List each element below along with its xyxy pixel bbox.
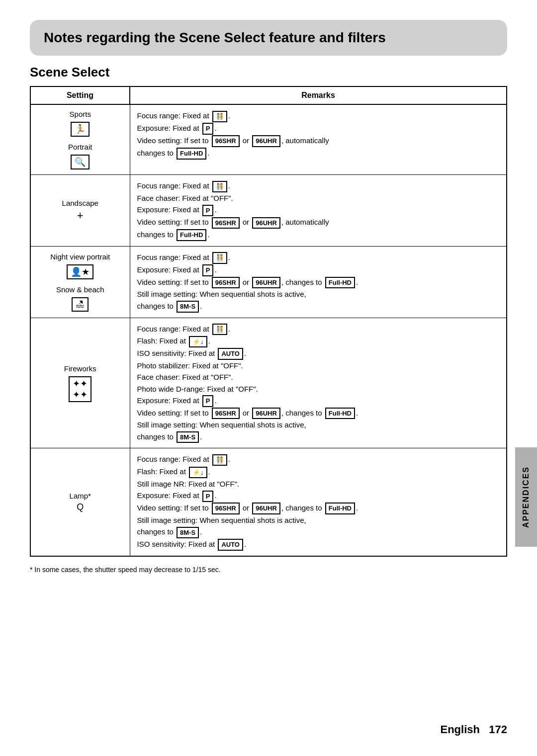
exposure-p-icon: P [202, 123, 214, 135]
remarks-cell-lamp: Focus range: Fixed at 🧑‍🤝‍🧑. Flash: Fixe… [130, 448, 507, 556]
setting-cell-landscape: Landscape + [30, 175, 130, 247]
exposure-p-icon-f: P [202, 395, 214, 407]
auto-icon-f: AUTO [218, 348, 243, 360]
flash-icon-lamp: ⚡↓ [189, 467, 207, 479]
section-title: Scene Select [30, 65, 507, 80]
table-row: Lamp* Q Focus range: Fixed at 🧑‍🤝‍🧑. Fla… [30, 448, 507, 556]
table-row: Fireworks ✦✦✦✦ Focus range: Fixed at 🧑‍🤝… [30, 318, 507, 448]
portrait-icon: 🔍 [71, 155, 90, 169]
96shr-icon-n: 96SHR [212, 277, 240, 289]
96uhr-icon-n: 96UHR [252, 277, 280, 289]
appendices-label: APPENDICES [522, 466, 531, 528]
exposure-p-icon-lamp: P [202, 491, 214, 503]
fullhd-icon: Full-HD [177, 148, 206, 160]
setting-cell-fireworks: Fireworks ✦✦✦✦ [30, 318, 130, 448]
table-row: Sports 🏃 Portrait 🔍 Focus range: Fixed a… [30, 104, 507, 175]
8ms-icon-n: 8M-S [177, 301, 199, 313]
8ms-icon-lamp: 8M-S [177, 527, 199, 539]
fullhd-icon-f: Full-HD [325, 408, 355, 420]
fullhd-icon-n: Full-HD [325, 277, 355, 289]
col-header-setting: Setting [30, 86, 130, 104]
96shr-icon-f: 96SHR [212, 408, 240, 420]
scene-select-table: Setting Remarks Sports 🏃 Portrait 🔍 Focu… [30, 86, 507, 557]
focus-icon-n: 🧑‍🤝‍🧑 [212, 252, 227, 264]
96uhr-icon-f: 96UHR [252, 408, 280, 420]
remarks-cell-night-snow: Focus range: Fixed at 🧑‍🤝‍🧑. Exposure: F… [130, 246, 507, 318]
night-icon: 👤★ [67, 264, 93, 279]
96uhr-icon-l: 96UHR [252, 217, 280, 229]
fireworks-icon: ✦✦✦✦ [69, 376, 91, 402]
focus-icon-lamp: 🧑‍🤝‍🧑 [212, 454, 227, 466]
setting-portrait: Portrait 🔍 [38, 143, 123, 169]
focus-icon-f: 🧑‍🤝‍🧑 [212, 324, 227, 336]
fullhd-icon-lamp: Full-HD [325, 503, 355, 514]
page-title: Notes regarding the Scene Select feature… [44, 29, 493, 47]
table-row: Landscape + Focus range: Fixed at 🧑‍🤝‍🧑.… [30, 175, 507, 247]
setting-cell-sports-portrait: Sports 🏃 Portrait 🔍 [30, 104, 130, 175]
footer-language: English [440, 723, 479, 736]
lamp-icon: Q [38, 502, 123, 512]
appendices-tab: APPENDICES [515, 447, 537, 547]
setting-cell-lamp: Lamp* Q [30, 448, 130, 556]
flash-icon-f: ⚡↓ [189, 336, 207, 348]
setting-night-view: Night view portrait 👤★ [38, 252, 123, 279]
fullhd-icon-l: Full-HD [177, 229, 206, 241]
96shr-icon-l: 96SHR [212, 217, 240, 229]
setting-fireworks: Fireworks ✦✦✦✦ [38, 364, 123, 402]
footnote: * In some cases, the shutter speed may d… [30, 566, 507, 574]
96uhr-icon-lamp: 96UHR [252, 503, 280, 514]
setting-landscape: Landscape + [38, 199, 123, 222]
focus-icon: 🧑‍🤝‍🧑 [212, 111, 227, 123]
exposure-p-icon-l: P [202, 205, 214, 217]
header-box: Notes regarding the Scene Select feature… [30, 20, 507, 56]
focus-icon-l: 🧑‍🤝‍🧑 [212, 181, 227, 193]
exposure-p-icon-n: P [202, 264, 214, 276]
8ms-icon-f: 8M-S [177, 431, 199, 443]
col-header-remarks: Remarks [130, 86, 507, 104]
remarks-cell-landscape: Focus range: Fixed at 🧑‍🤝‍🧑. Face chaser… [130, 175, 507, 247]
96uhr-icon: 96UHR [252, 135, 280, 147]
auto-icon-lamp: AUTO [218, 539, 243, 551]
setting-snow-beach: Snow & beach 🏖 [38, 285, 123, 312]
landscape-icon: + [38, 209, 123, 222]
96shr-icon: 96SHR [212, 135, 240, 147]
table-row: Night view portrait 👤★ Snow & beach 🏖 Fo… [30, 246, 507, 318]
page-footer: English 172 [440, 723, 507, 736]
remarks-cell-fireworks: Focus range: Fixed at 🧑‍🤝‍🧑. Flash: Fixe… [130, 318, 507, 448]
96shr-icon-lamp: 96SHR [212, 503, 240, 514]
sports-icon: 🏃 [71, 122, 90, 137]
setting-sports: Sports 🏃 [38, 110, 123, 137]
setting-lamp: Lamp* Q [38, 492, 123, 512]
setting-cell-night-snow: Night view portrait 👤★ Snow & beach 🏖 [30, 246, 130, 318]
footer-page-number: 172 [489, 723, 507, 736]
remarks-cell-sports-portrait: Focus range: Fixed at 🧑‍🤝‍🧑. Exposure: F… [130, 104, 507, 175]
snow-beach-icon: 🏖 [72, 297, 89, 312]
